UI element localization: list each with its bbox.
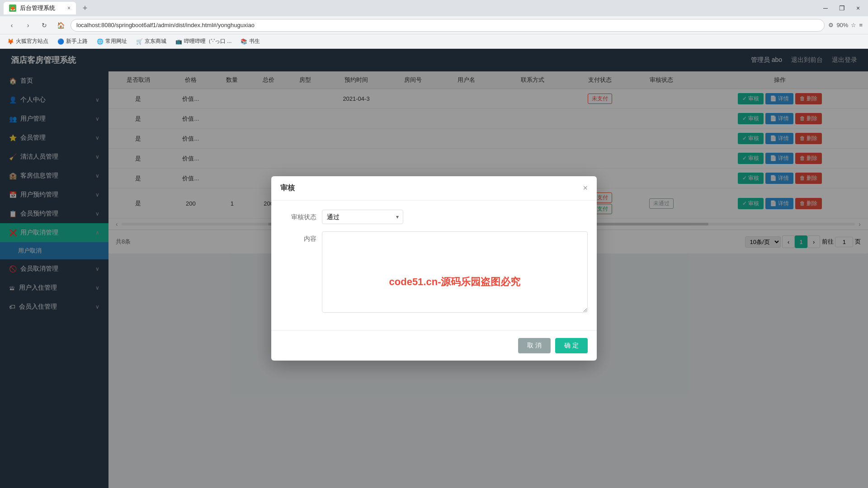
- modal-footer: 取 消 确 定: [271, 330, 597, 361]
- browser-chrome: 🦊 后台管理系统 × + ─ ❐ ×: [0, 0, 868, 16]
- tab-title: 后台管理系统: [20, 4, 55, 12]
- window-controls: ─ ❐ ×: [819, 2, 864, 14]
- modal-title: 审核: [280, 183, 295, 193]
- bookmark-icon-jd: 🛒: [136, 38, 143, 45]
- status-label: 审核状态: [280, 210, 316, 221]
- forward-button[interactable]: ›: [22, 19, 34, 32]
- bookmark-common[interactable]: 🌐 常用网址: [93, 36, 131, 47]
- bookmark-star-icon[interactable]: ☆: [851, 22, 856, 28]
- content-label: 内容: [280, 231, 316, 243]
- bookmark-newbie[interactable]: 🔵 新手上路: [54, 36, 91, 47]
- cancel-button[interactable]: 取 消: [518, 338, 551, 353]
- modal-overlay: 审核 × 审核状态 通过 不通过 ▾ 内容: [0, 49, 868, 488]
- bookmark-bilibili[interactable]: 📺 哔哩哔哩（'·'っ口 ...: [172, 36, 235, 47]
- home-button[interactable]: 🏠: [54, 19, 67, 32]
- new-tab-button[interactable]: +: [79, 2, 91, 14]
- modal-close-button[interactable]: ×: [583, 183, 588, 193]
- bookmark-firefox[interactable]: 🦊 火狐官方站点: [4, 36, 52, 47]
- confirm-button[interactable]: 确 定: [555, 338, 588, 353]
- modal-header: 审核 ×: [271, 176, 597, 201]
- audit-modal: 审核 × 审核状态 通过 不通过 ▾ 内容: [271, 176, 597, 361]
- status-select-wrapper: 通过 不通过 ▾: [322, 210, 403, 224]
- address-bar: ‹ › ↻ 🏠 ⚙ 90% ☆ ≡: [0, 16, 868, 34]
- bookmark-jd[interactable]: 🛒 京东商城: [132, 36, 170, 47]
- status-select[interactable]: 通过 不通过: [322, 210, 403, 224]
- status-form-row: 审核状态 通过 不通过 ▾: [280, 210, 588, 224]
- close-button[interactable]: ×: [852, 2, 864, 14]
- bookmark-shusheng[interactable]: 📚 书生: [237, 36, 264, 47]
- minimize-button[interactable]: ─: [819, 2, 832, 14]
- reload-button[interactable]: ↻: [38, 19, 51, 32]
- menu-icon[interactable]: ≡: [859, 22, 863, 28]
- bookmark-icon-common: 🌐: [97, 38, 104, 45]
- back-button[interactable]: ‹: [5, 19, 18, 32]
- address-right-controls: ⚙ 90% ☆ ≡: [828, 22, 863, 28]
- content-control: code51.cn-源码乐园盗图必究: [322, 231, 588, 314]
- address-input[interactable]: [71, 19, 825, 32]
- bookmark-icon-shusheng: 📚: [241, 38, 247, 45]
- bookmark-icon-firefox: 🦊: [7, 38, 14, 45]
- browser-tab[interactable]: 🦊 后台管理系统 ×: [4, 2, 76, 14]
- status-control: 通过 不通过 ▾: [322, 210, 588, 224]
- tab-favicon: 🦊: [9, 5, 16, 12]
- bookmark-icon-bili: 📺: [175, 38, 182, 45]
- content-form-row: 内容 code51.cn-源码乐园盗图必究: [280, 231, 588, 314]
- bookmark-icon-newbie: 🔵: [57, 38, 64, 45]
- content-textarea[interactable]: [322, 231, 588, 313]
- zoom-level[interactable]: 90%: [836, 22, 848, 28]
- modal-body: 审核状态 通过 不通过 ▾ 内容 code51.cn-源码乐园盗: [271, 201, 597, 330]
- restore-button[interactable]: ❐: [835, 2, 848, 14]
- bookmarks-bar: 🦊 火狐官方站点 🔵 新手上路 🌐 常用网址 🛒 京东商城 📺 哔哩哔哩（'·'…: [0, 34, 868, 49]
- extensions-icon[interactable]: ⚙: [828, 22, 834, 28]
- tab-close-button[interactable]: ×: [67, 5, 71, 11]
